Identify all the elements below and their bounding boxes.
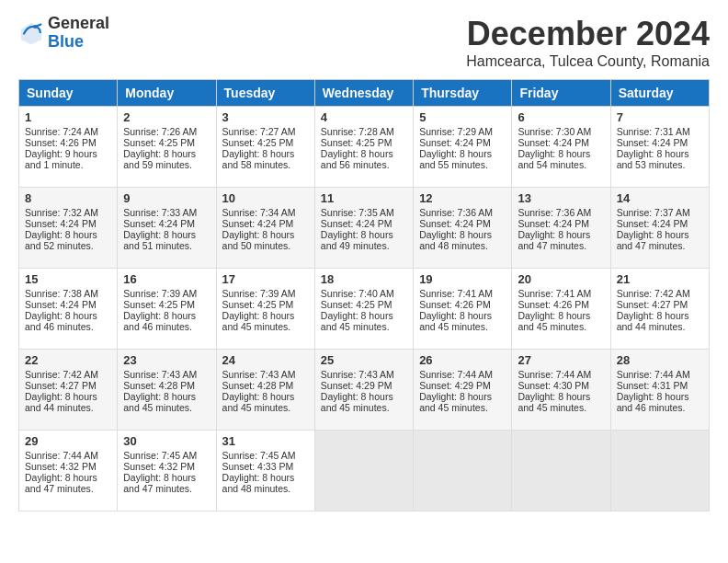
page-header: General Blue December 2024 Hamcearca, Tu…	[18, 15, 710, 70]
daylight-text: Daylight: 8 hours and 54 minutes.	[518, 148, 590, 170]
sunrise-text: Sunrise: 7:28 AM	[321, 126, 394, 137]
sunrise-text: Sunrise: 7:38 AM	[25, 288, 98, 299]
sunrise-text: Sunrise: 7:44 AM	[617, 369, 690, 380]
day-cell: 7Sunrise: 7:31 AMSunset: 4:24 PMDaylight…	[610, 107, 709, 188]
logo-general: General	[48, 15, 109, 33]
sunrise-text: Sunrise: 7:39 AM	[222, 288, 296, 299]
day-number: 1	[25, 110, 111, 124]
daylight-text: Daylight: 8 hours and 45 minutes.	[321, 310, 393, 332]
sunrise-text: Sunrise: 7:36 AM	[419, 207, 493, 218]
day-number: 8	[25, 191, 111, 205]
day-cell: 5Sunrise: 7:29 AMSunset: 4:24 PMDaylight…	[414, 107, 512, 188]
day-number: 23	[123, 353, 210, 367]
day-number: 29	[25, 434, 111, 448]
day-cell: 6Sunrise: 7:30 AMSunset: 4:24 PMDaylight…	[512, 107, 610, 188]
daylight-text: Daylight: 8 hours and 47 minutes.	[518, 229, 590, 251]
day-cell: 30Sunrise: 7:45 AMSunset: 4:32 PMDayligh…	[118, 431, 216, 511]
daylight-text: Daylight: 8 hours and 47 minutes.	[25, 472, 97, 494]
daylight-text: Daylight: 8 hours and 59 minutes.	[123, 148, 196, 170]
svg-point-1	[33, 25, 37, 29]
header-sunday: Sunday	[19, 80, 118, 107]
sunset-text: Sunset: 4:24 PM	[518, 218, 589, 229]
daylight-text: Daylight: 8 hours and 49 minutes.	[321, 229, 393, 251]
daylight-text: Daylight: 8 hours and 44 minutes.	[617, 310, 689, 332]
daylight-text: Daylight: 8 hours and 58 minutes.	[222, 148, 295, 170]
calendar-header-row: SundayMondayTuesdayWednesdayThursdayFrid…	[19, 80, 710, 107]
sunset-text: Sunset: 4:24 PM	[321, 218, 392, 229]
day-number: 15	[25, 272, 111, 286]
daylight-text: Daylight: 8 hours and 45 minutes.	[419, 391, 492, 413]
day-cell: 4Sunrise: 7:28 AMSunset: 4:25 PMDaylight…	[314, 107, 413, 188]
sunrise-text: Sunrise: 7:31 AM	[617, 126, 690, 137]
day-number: 21	[617, 272, 703, 286]
sunrise-text: Sunrise: 7:43 AM	[321, 369, 394, 380]
day-cell	[512, 431, 610, 511]
day-cell: 18Sunrise: 7:40 AMSunset: 4:25 PMDayligh…	[314, 269, 413, 350]
logo-blue: Blue	[48, 33, 109, 52]
sunset-text: Sunset: 4:29 PM	[321, 380, 392, 391]
day-cell: 14Sunrise: 7:37 AMSunset: 4:24 PMDayligh…	[610, 188, 709, 269]
sunrise-text: Sunrise: 7:42 AM	[617, 288, 690, 299]
logo-icon	[18, 20, 44, 46]
day-number: 13	[518, 191, 604, 205]
day-number: 11	[321, 191, 407, 205]
sunset-text: Sunset: 4:24 PM	[518, 137, 589, 148]
daylight-text: Daylight: 8 hours and 46 minutes.	[123, 310, 196, 332]
day-number: 28	[617, 353, 703, 367]
sunrise-text: Sunrise: 7:44 AM	[419, 369, 493, 380]
sunset-text: Sunset: 4:29 PM	[419, 380, 491, 391]
daylight-text: Daylight: 9 hours and 1 minute.	[25, 148, 97, 170]
day-number: 30	[123, 434, 210, 448]
calendar-body: 1Sunrise: 7:24 AMSunset: 4:26 PMDaylight…	[19, 107, 710, 511]
week-row-2: 8Sunrise: 7:32 AMSunset: 4:24 PMDaylight…	[19, 188, 710, 269]
week-row-1: 1Sunrise: 7:24 AMSunset: 4:26 PMDaylight…	[19, 107, 710, 188]
header-wednesday: Wednesday	[314, 80, 413, 107]
day-cell: 12Sunrise: 7:36 AMSunset: 4:24 PMDayligh…	[414, 188, 512, 269]
header-monday: Monday	[118, 80, 216, 107]
day-cell: 1Sunrise: 7:24 AMSunset: 4:26 PMDaylight…	[19, 107, 118, 188]
daylight-text: Daylight: 8 hours and 45 minutes.	[222, 391, 295, 413]
daylight-text: Daylight: 8 hours and 55 minutes.	[419, 148, 492, 170]
sunset-text: Sunset: 4:24 PM	[25, 218, 97, 229]
header-friday: Friday	[512, 80, 610, 107]
sunset-text: Sunset: 4:24 PM	[617, 218, 688, 229]
day-number: 22	[25, 353, 111, 367]
day-cell: 26Sunrise: 7:44 AMSunset: 4:29 PMDayligh…	[414, 350, 512, 431]
sunrise-text: Sunrise: 7:32 AM	[25, 207, 98, 218]
day-cell: 11Sunrise: 7:35 AMSunset: 4:24 PMDayligh…	[314, 188, 413, 269]
title-area: December 2024 Hamcearca, Tulcea County, …	[466, 15, 710, 70]
day-number: 6	[518, 110, 604, 124]
sunset-text: Sunset: 4:32 PM	[25, 461, 97, 472]
day-number: 27	[518, 353, 604, 367]
daylight-text: Daylight: 8 hours and 45 minutes.	[518, 391, 590, 413]
month-title: December 2024	[466, 15, 710, 53]
sunrise-text: Sunrise: 7:41 AM	[518, 288, 591, 299]
day-cell: 15Sunrise: 7:38 AMSunset: 4:24 PMDayligh…	[19, 269, 118, 350]
sunset-text: Sunset: 4:24 PM	[419, 137, 491, 148]
sunset-text: Sunset: 4:25 PM	[222, 299, 294, 310]
sunrise-text: Sunrise: 7:43 AM	[123, 369, 197, 380]
day-cell: 22Sunrise: 7:42 AMSunset: 4:27 PMDayligh…	[19, 350, 118, 431]
day-number: 2	[123, 110, 210, 124]
week-row-4: 22Sunrise: 7:42 AMSunset: 4:27 PMDayligh…	[19, 350, 710, 431]
sunset-text: Sunset: 4:26 PM	[25, 137, 97, 148]
sunrise-text: Sunrise: 7:45 AM	[123, 450, 197, 461]
day-number: 18	[321, 272, 407, 286]
sunset-text: Sunset: 4:26 PM	[419, 299, 491, 310]
sunset-text: Sunset: 4:30 PM	[518, 380, 589, 391]
day-cell: 13Sunrise: 7:36 AMSunset: 4:24 PMDayligh…	[512, 188, 610, 269]
day-number: 24	[222, 353, 309, 367]
day-number: 7	[617, 110, 703, 124]
day-cell: 9Sunrise: 7:33 AMSunset: 4:24 PMDaylight…	[118, 188, 216, 269]
day-cell: 20Sunrise: 7:41 AMSunset: 4:26 PMDayligh…	[512, 269, 610, 350]
day-number: 20	[518, 272, 604, 286]
sunset-text: Sunset: 4:31 PM	[617, 380, 688, 391]
sunrise-text: Sunrise: 7:29 AM	[419, 126, 493, 137]
sunset-text: Sunset: 4:27 PM	[25, 380, 97, 391]
sunset-text: Sunset: 4:25 PM	[123, 299, 195, 310]
sunrise-text: Sunrise: 7:34 AM	[222, 207, 296, 218]
day-cell: 2Sunrise: 7:26 AMSunset: 4:25 PMDaylight…	[118, 107, 216, 188]
day-number: 9	[123, 191, 210, 205]
daylight-text: Daylight: 8 hours and 47 minutes.	[617, 229, 689, 251]
daylight-text: Daylight: 8 hours and 46 minutes.	[25, 310, 97, 332]
